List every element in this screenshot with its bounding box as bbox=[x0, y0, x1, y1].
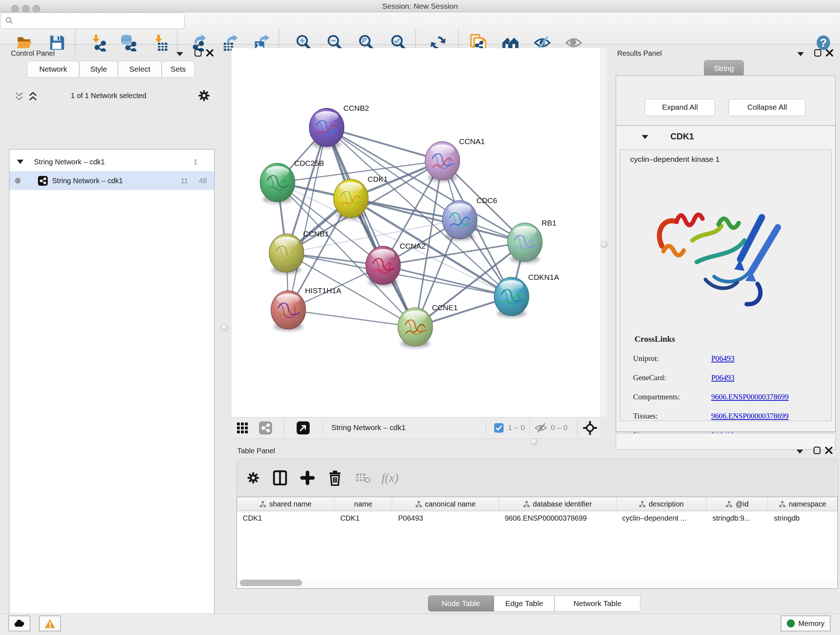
column-header[interactable]: namespace bbox=[768, 497, 837, 511]
collapse-all-button[interactable]: Collapse All bbox=[729, 99, 806, 116]
network-canvas[interactable]: CCNB2CCNA1CDC25BCDK1CDC6RB1CCNB1CCNA2CDK… bbox=[232, 48, 600, 417]
left-splitter-handle[interactable] bbox=[221, 324, 228, 331]
expand-all-icon[interactable] bbox=[27, 90, 38, 103]
crosshair-icon[interactable] bbox=[583, 421, 597, 435]
collapse-all-icon[interactable] bbox=[14, 90, 25, 103]
panel-float-icon[interactable] bbox=[813, 446, 821, 455]
network-edge[interactable] bbox=[327, 127, 442, 161]
expand-all-button[interactable]: Expand All bbox=[645, 99, 715, 116]
network-row[interactable]: String Network – cdk1 11 48 bbox=[9, 171, 214, 190]
gear-icon[interactable] bbox=[197, 89, 210, 102]
results-splitter[interactable] bbox=[600, 48, 607, 417]
crosslink-link[interactable]: 9606.ENSP00000378699 bbox=[711, 393, 789, 402]
table-hscrollbar[interactable] bbox=[238, 579, 836, 587]
network-node[interactable]: CCNA1 bbox=[425, 137, 485, 181]
open-in-window-icon[interactable] bbox=[297, 421, 309, 434]
column-header[interactable]: database identifier bbox=[499, 497, 616, 511]
memory-status-dot bbox=[787, 619, 795, 627]
table-cell[interactable]: CDK1 bbox=[237, 511, 335, 525]
crosslink-label: Tissues: bbox=[633, 412, 658, 421]
network-node[interactable]: HIST1H1A bbox=[271, 287, 341, 331]
tab-edge-table[interactable]: Edge Table bbox=[494, 595, 554, 611]
crosslink-link[interactable]: 9606.ENSP00000378699 bbox=[711, 412, 789, 421]
show-columns-icon[interactable] bbox=[270, 468, 290, 488]
table-hscrollbar-thumb[interactable] bbox=[240, 580, 302, 586]
panel-close-icon[interactable] bbox=[825, 49, 834, 57]
network-node[interactable]: CCNE1 bbox=[398, 303, 458, 348]
network-edge[interactable] bbox=[327, 127, 415, 327]
column-header[interactable]: @id bbox=[706, 497, 768, 511]
column-type-icon bbox=[779, 501, 786, 508]
warning-icon bbox=[44, 619, 55, 629]
cloud-icon bbox=[13, 619, 26, 628]
add-column-icon[interactable] bbox=[298, 468, 317, 488]
crosslink-label: GeneCard: bbox=[633, 373, 666, 382]
cloud-button[interactable] bbox=[8, 616, 30, 631]
network-edge[interactable] bbox=[288, 127, 327, 310]
right-splitter-handle[interactable] bbox=[600, 241, 607, 248]
hidden-count: 0 – 0 bbox=[551, 423, 568, 432]
table-cell[interactable]: stringdb bbox=[768, 511, 837, 525]
network-node[interactable]: CCNB1 bbox=[269, 230, 329, 274]
column-header[interactable]: description bbox=[616, 497, 707, 511]
status-bar: Memory bbox=[0, 614, 840, 635]
memory-button[interactable]: Memory bbox=[781, 616, 831, 631]
search-icon bbox=[5, 16, 14, 25]
column-header[interactable]: name bbox=[335, 497, 393, 511]
panel-float-icon[interactable] bbox=[813, 49, 822, 57]
tab-select[interactable]: Select bbox=[118, 61, 162, 78]
table-cell[interactable]: CDK1 bbox=[335, 511, 393, 525]
entry-collapse-icon[interactable] bbox=[641, 134, 649, 139]
results-entry: CDK1 cyclin–dependent kinase 1 CrossLink… bbox=[616, 125, 836, 432]
table-settings-gear-icon[interactable] bbox=[243, 468, 263, 488]
table-cell[interactable]: cyclin–dependent ... bbox=[616, 511, 707, 525]
network-collection-row[interactable]: String Network – cdk1 1 bbox=[9, 152, 214, 171]
search-field[interactable] bbox=[14, 16, 184, 25]
panel-menu-icon[interactable] bbox=[797, 51, 805, 57]
network-edge[interactable] bbox=[288, 310, 415, 327]
results-controls: Expand All Collapse All bbox=[616, 75, 836, 126]
table-row[interactable]: CDK1CDK1P064939606.ENSP00000378699cyclin… bbox=[237, 511, 837, 525]
network-node[interactable]: CCNA2 bbox=[366, 242, 425, 286]
panel-menu-icon[interactable] bbox=[176, 51, 184, 57]
panel-close-icon[interactable] bbox=[205, 49, 214, 57]
birdseye-grid-icon[interactable] bbox=[237, 422, 248, 434]
search-input[interactable] bbox=[0, 12, 185, 29]
tab-style[interactable]: Style bbox=[79, 61, 118, 78]
crosslink-link[interactable]: P06493 bbox=[711, 373, 734, 382]
panel-close-icon[interactable] bbox=[824, 446, 833, 455]
entry-body: cyclin–dependent kinase 1 CrossLinks Uni… bbox=[620, 149, 832, 421]
tab-string[interactable]: String bbox=[704, 60, 744, 77]
network-node[interactable]: CDKN1A bbox=[494, 273, 559, 317]
network-node[interactable]: CCNB2 bbox=[309, 104, 369, 148]
tab-network[interactable]: Network bbox=[27, 61, 79, 78]
column-header-label: canonical name bbox=[425, 500, 476, 508]
table-cell[interactable]: stringdb:9... bbox=[706, 511, 768, 525]
column-header[interactable]: canonical name bbox=[392, 497, 499, 511]
panel-menu-icon[interactable] bbox=[796, 449, 804, 454]
delete-column-icon[interactable] bbox=[325, 468, 345, 488]
tab-network-table[interactable]: Network Table bbox=[554, 595, 640, 611]
table-panel-title: Table Panel bbox=[237, 447, 275, 455]
network-node[interactable]: CDK1 bbox=[333, 175, 388, 219]
table-cell[interactable]: 9606.ENSP00000378699 bbox=[499, 511, 616, 525]
network-node[interactable]: RB1 bbox=[508, 219, 556, 263]
network-badge-icon[interactable] bbox=[259, 421, 272, 434]
selected-checkbox-icon[interactable] bbox=[494, 423, 504, 432]
warnings-button[interactable] bbox=[39, 616, 61, 631]
network-edge[interactable] bbox=[383, 265, 512, 296]
tab-sets[interactable]: Sets bbox=[162, 61, 195, 78]
panel-float-icon[interactable] bbox=[194, 49, 202, 57]
tab-node-table[interactable]: Node Table bbox=[428, 595, 494, 611]
crosslink-link[interactable]: P06493 bbox=[711, 354, 734, 363]
column-header-label: database identifier bbox=[533, 500, 592, 508]
column-type-icon bbox=[639, 501, 646, 508]
tree-expand-icon[interactable] bbox=[17, 159, 24, 165]
control-panel-title: Control Panel bbox=[11, 49, 55, 57]
crosslink-label: Uniprot: bbox=[633, 354, 659, 363]
control-panel: Control Panel Network Style Select Sets … bbox=[0, 44, 228, 614]
crosslinks-title: CrossLinks bbox=[635, 334, 675, 344]
node-label: HIST1H1A bbox=[305, 287, 341, 295]
table-cell[interactable]: P06493 bbox=[392, 511, 499, 525]
column-header[interactable]: shared name bbox=[237, 497, 335, 511]
